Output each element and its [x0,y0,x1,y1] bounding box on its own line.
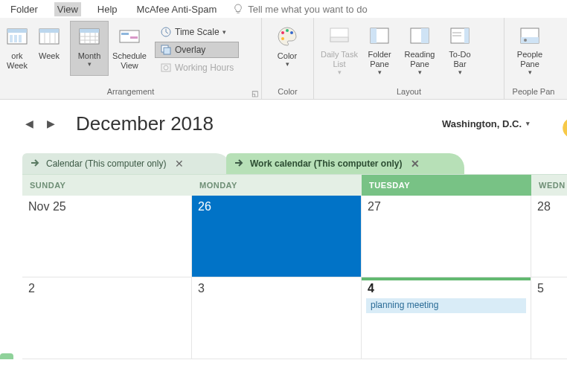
svg-rect-3 [14,35,17,42]
calendar-tabs: Calendar (This computer only) ✕ Work cal… [22,152,567,174]
day-number: 27 [368,200,381,213]
day-number: 5 [537,282,544,295]
clock-icon [160,26,172,38]
svg-rect-19 [130,36,138,39]
day-header-sun: SUNDAY [22,175,192,196]
prev-month-button[interactable]: ◀ [22,118,36,129]
close-icon[interactable]: ✕ [172,158,187,170]
svg-rect-6 [39,29,59,33]
day-cell[interactable]: 28 [531,196,567,277]
todo-bar-button[interactable]: To-Do Bar ▾ [441,21,479,76]
dropdown-icon: ▾ [418,69,422,75]
people-pane-icon [518,25,542,47]
week-row: Nov 25 26 27 28 [22,196,567,277]
tab-calendar-label: Calendar (This computer only) [46,158,166,169]
reading-pane-label: Reading Pane [405,50,435,69]
next-month-button[interactable]: ▶ [44,118,58,129]
folder-pane-label: Folder Pane [368,50,391,69]
working-hours-label: Working Hours [175,62,234,73]
time-scale-button[interactable]: Time Scale ▾ [155,24,239,40]
people-pane-button[interactable]: People Pane ▾ [510,21,549,76]
week-row: 2 3 4 planning meeting 5 [22,277,567,359]
overlay-button[interactable]: Overlay [155,42,239,58]
location-selector[interactable]: Washington, D.C. ▾ [442,118,530,129]
svg-rect-2 [10,35,13,42]
day-header-tue: TUESDAY [362,175,531,196]
reading-pane-icon [408,25,432,47]
overlay-label: Overlay [175,45,205,55]
dropdown-icon: ▾ [458,69,462,75]
schedule-icon [118,25,141,48]
ribbon-group-people: People Pane ▾ People Pan [504,18,563,99]
svg-point-24 [164,65,168,70]
people-pane-label: People Pane [517,50,542,69]
week-label: Week [39,51,60,61]
day-number: 3 [198,282,205,295]
todo-bar-icon [448,25,472,47]
group-label-people: People Pan [510,86,557,97]
dropdown-icon: ▾ [528,69,532,75]
svg-point-28 [281,37,284,40]
schedule-view-button[interactable]: Schedule View [110,21,149,76]
day-number: 28 [537,200,551,213]
menu-folder[interactable]: Folder [7,2,41,16]
month-title: December 2018 [76,112,214,135]
tab-work-calendar[interactable]: Work calendar (This computer only) ✕ [226,153,464,174]
dropdown-icon: ▾ [338,69,342,75]
day-cell[interactable]: 5 [531,277,567,359]
menu-help[interactable]: Help [94,2,121,16]
nav-row: ◀ ▶ December 2018 Washington, D.C. ▾ [22,109,567,138]
svg-rect-22 [164,48,170,54]
month-button[interactable]: Month ▾ [70,21,109,76]
calendar-week-icon [37,25,61,48]
daily-task-list-label: Daily Task List [321,50,358,69]
close-icon[interactable]: ✕ [408,158,423,170]
day-number: 4 [368,282,374,295]
day-cell[interactable]: Nov 25 [22,196,192,277]
moon-icon [558,116,567,140]
arrow-icon [30,158,40,170]
dropdown-icon: ▾ [222,29,226,35]
day-header-mon: MONDAY [192,175,362,196]
work-week-button[interactable]: ork Week [6,21,28,76]
group-label-layout: Layout [320,86,498,97]
time-scale-label: Time Scale [175,27,220,37]
svg-point-25 [281,31,284,34]
svg-rect-18 [121,33,129,35]
day-cell[interactable]: 3 [192,277,362,359]
color-button[interactable]: Color ▾ [268,21,307,76]
menu-view[interactable]: View [54,2,81,16]
overlay-icon [160,44,172,56]
group-label-arrangement: Arrangement [6,86,255,97]
svg-point-41 [524,39,527,42]
group-label-color: Color [268,86,307,97]
dropdown-icon: ▾ [526,121,530,126]
tell-me[interactable]: Tell me what you want to do [233,4,367,15]
dropdown-icon: ▾ [378,69,382,75]
next-tab-peek [0,353,13,359]
calendar-event[interactable]: planning meeting [366,298,526,313]
day-number: Nov 25 [28,200,66,213]
lightbulb-icon [233,4,243,14]
svg-rect-1 [7,29,27,33]
day-cell[interactable]: 2 [22,277,192,359]
week-button[interactable]: Week [30,21,68,76]
day-cell[interactable]: 27 [362,196,531,277]
day-header-wed: WEDN [531,175,567,196]
ribbon-group-color: Color ▾ Color [262,18,314,99]
day-cell-today[interactable]: 26 [192,196,362,277]
ribbon-group-arrangement: ork Week Week Month ▾ Schedule View [0,18,262,99]
menubar: Folder View Help McAfee Anti-Spam Tell m… [0,0,567,18]
dialog-launcher-icon[interactable]: ◱ [252,89,258,97]
working-hours-button: Working Hours [155,60,239,76]
tab-calendar[interactable]: Calendar (This computer only) ✕ [22,153,231,174]
dropdown-icon: ▾ [286,61,289,67]
reading-pane-button[interactable]: Reading Pane ▾ [400,21,439,76]
svg-rect-40 [521,37,539,43]
palette-icon [275,25,299,48]
day-number: 2 [28,282,35,295]
folder-pane-button[interactable]: Folder Pane ▾ [360,21,399,76]
day-cell[interactable]: 4 planning meeting [362,277,531,359]
menu-mcafee[interactable]: McAfee Anti-Spam [134,2,220,16]
day-headers: SUNDAY MONDAY TUESDAY WEDN [22,174,567,196]
